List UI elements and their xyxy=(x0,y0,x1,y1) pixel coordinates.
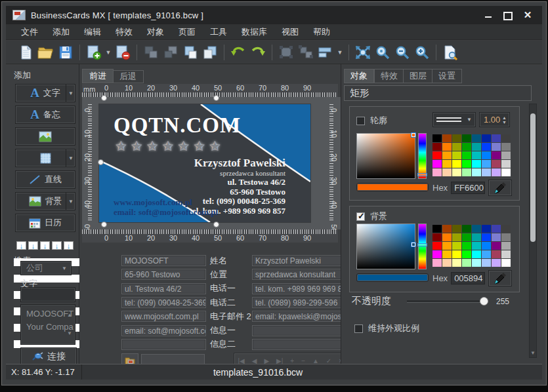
color-swatch[interactable] xyxy=(492,143,501,151)
color-swatch[interactable] xyxy=(462,233,471,241)
color-swatch[interactable] xyxy=(442,242,452,250)
form-field-left[interactable]: 65-960 Testowo xyxy=(121,269,206,280)
scroll-up-icon[interactable]: ▲ xyxy=(67,309,72,322)
color-swatch[interactable] xyxy=(492,225,501,233)
tab-layers[interactable]: 图层 xyxy=(403,69,433,83)
menu-item[interactable]: 特效 xyxy=(108,24,140,40)
form-field-right[interactable]: email: kpawelski@mojosoft xyxy=(252,311,342,322)
menu-item[interactable]: 对象 xyxy=(140,24,171,40)
eyedropper-button[interactable] xyxy=(488,270,512,286)
color-swatch[interactable] xyxy=(501,143,511,151)
color-swatch[interactable] xyxy=(492,168,501,176)
selection-handle[interactable] xyxy=(213,95,219,101)
background-hue-bar[interactable] xyxy=(418,224,427,269)
tab-effects[interactable]: 特效 xyxy=(374,69,404,83)
scroll-down-icon[interactable]: ▼ xyxy=(530,350,536,356)
color-swatch[interactable] xyxy=(482,168,491,176)
color-swatch[interactable] xyxy=(472,168,481,176)
selection-handle[interactable] xyxy=(101,222,107,227)
inspector-scrollbar[interactable]: ▼ xyxy=(529,104,537,358)
align-icon[interactable] xyxy=(316,43,335,62)
form-field-right[interactable]: tel. (0989) 989-299-596 xyxy=(252,297,342,308)
chevron-down-icon[interactable]: ▼ xyxy=(66,192,75,210)
zoom-fit-button[interactable] xyxy=(353,43,373,62)
opacity-slider[interactable] xyxy=(407,300,484,303)
insert-field-arrow-icon[interactable]: ↓ xyxy=(28,241,38,250)
form-field-right[interactable]: sprzedawca konsultant xyxy=(252,269,342,280)
color-swatch[interactable] xyxy=(501,151,511,159)
zoom-out-button[interactable] xyxy=(392,43,412,62)
design-workspace[interactable]: 01020304050 01020304050 QQTN.COM ★★★★★★★… xyxy=(82,97,341,229)
color-swatch[interactable] xyxy=(492,233,501,241)
color-swatch[interactable] xyxy=(482,134,491,142)
connect-button[interactable]: 连接 xyxy=(20,347,77,365)
color-swatch[interactable] xyxy=(482,233,491,241)
search-text-input[interactable] xyxy=(20,287,75,302)
insert-field-arrow-icon[interactable]: ↓ xyxy=(40,241,50,250)
color-swatch[interactable] xyxy=(501,168,511,176)
insert-field-arrow-icon[interactable]: ↓ xyxy=(64,241,74,250)
form-field-left[interactable]: MOJOSOFT xyxy=(121,255,206,266)
color-swatch[interactable] xyxy=(452,160,461,168)
background-checkbox[interactable] xyxy=(356,212,365,221)
color-swatch[interactable] xyxy=(462,151,471,159)
add-background-button[interactable]: 背景 ▼ xyxy=(15,192,75,210)
add-memo-button[interactable]: A 备忘 xyxy=(15,106,75,124)
color-swatch[interactable] xyxy=(452,143,461,151)
color-swatch[interactable] xyxy=(501,225,511,233)
color-swatch[interactable] xyxy=(501,160,511,168)
color-swatch[interactable] xyxy=(432,233,442,241)
color-swatch[interactable] xyxy=(432,259,442,267)
color-swatch[interactable] xyxy=(442,225,452,233)
form-field-left[interactable]: www.mojosoft.com.pl xyxy=(121,311,206,322)
eyedropper-button[interactable] xyxy=(488,180,512,196)
color-swatch[interactable] xyxy=(442,250,452,258)
spinner-arrows-icon[interactable]: ▲▼ xyxy=(502,115,509,125)
maximize-button[interactable] xyxy=(503,10,513,20)
outline-sv-picker[interactable] xyxy=(356,133,415,179)
add-line-button[interactable]: 直线 xyxy=(15,170,75,189)
color-swatch[interactable] xyxy=(442,259,452,267)
color-swatch[interactable] xyxy=(442,143,452,151)
chevron-down-icon[interactable]: ▼ xyxy=(66,149,75,167)
color-swatch[interactable] xyxy=(462,250,471,258)
color-swatch[interactable] xyxy=(432,151,442,159)
color-swatch[interactable] xyxy=(432,143,442,151)
add-page-button[interactable] xyxy=(84,43,104,62)
company-dropdown[interactable]: 公司 ▼ xyxy=(20,261,72,275)
db-nav-button[interactable]: |◀ xyxy=(238,357,244,364)
color-swatch[interactable] xyxy=(452,259,461,267)
form-field-right[interactable] xyxy=(252,339,342,350)
color-swatch[interactable] xyxy=(472,242,481,250)
close-button[interactable]: ✕ xyxy=(522,10,533,20)
db-nav-button[interactable]: ▶ xyxy=(264,357,269,364)
menu-item[interactable]: 视图 xyxy=(274,24,306,40)
color-swatch[interactable] xyxy=(432,250,442,258)
color-swatch[interactable] xyxy=(452,233,461,241)
add-text-button[interactable]: A 文字 ▼ xyxy=(15,84,75,102)
new-document-button[interactable] xyxy=(16,43,36,62)
color-swatch[interactable] xyxy=(462,143,471,151)
add-calendar-button[interactable]: 日历 xyxy=(15,214,75,232)
color-swatch[interactable] xyxy=(482,225,491,233)
scroll-down-icon[interactable]: ▼ xyxy=(67,327,72,340)
tab-back[interactable]: 后退 xyxy=(112,70,144,83)
business-card[interactable]: QQTN.COM ★★★★★★★ Krzysztof Pawelski sprz… xyxy=(99,104,310,222)
color-swatch[interactable] xyxy=(472,233,481,241)
color-swatch[interactable] xyxy=(482,160,491,168)
color-swatch[interactable] xyxy=(472,134,481,142)
form-field-left[interactable] xyxy=(121,339,206,350)
keep-aspect-checkbox[interactable] xyxy=(354,324,363,333)
duplicate-object-icon[interactable] xyxy=(200,43,220,62)
form-field-left[interactable]: tel: (099) 09048-25-369 xyxy=(121,297,206,308)
db-nav-button[interactable]: − xyxy=(301,357,305,364)
color-swatch[interactable] xyxy=(492,242,501,250)
add-image-button[interactable]: ▼ xyxy=(15,127,75,146)
ungroup-icon[interactable] xyxy=(296,43,316,62)
send-backward-icon[interactable] xyxy=(141,43,161,62)
color-swatch[interactable] xyxy=(452,225,461,233)
menu-item[interactable]: 工具 xyxy=(203,24,234,40)
color-swatch[interactable] xyxy=(472,160,481,168)
save-button[interactable] xyxy=(56,43,75,62)
undo-button[interactable] xyxy=(228,43,248,62)
